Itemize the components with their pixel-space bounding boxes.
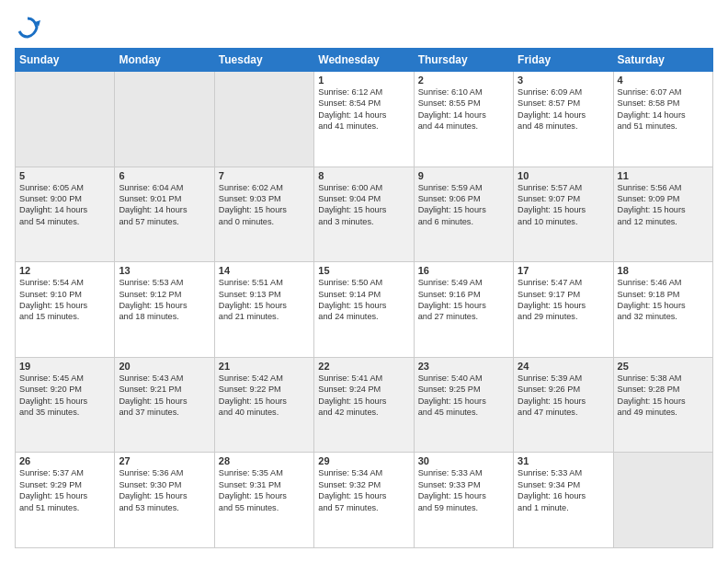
calendar-cell: 29Sunrise: 5:34 AMSunset: 9:32 PMDayligh… (314, 453, 414, 548)
day-info: Sunrise: 5:38 AMSunset: 9:28 PMDaylight:… (618, 373, 709, 419)
weekday-header-sunday: Sunday (16, 49, 115, 72)
calendar-week-row: 1Sunrise: 6:12 AMSunset: 8:54 PMDaylight… (16, 72, 713, 167)
page: SundayMondayTuesdayWednesdayThursdayFrid… (0, 0, 728, 563)
calendar-cell: 6Sunrise: 6:04 AMSunset: 9:01 PMDaylight… (115, 167, 214, 262)
calendar-cell: 27Sunrise: 5:36 AMSunset: 9:30 PMDayligh… (115, 453, 214, 548)
day-number: 23 (418, 361, 509, 372)
day-number: 29 (318, 455, 409, 466)
day-number: 26 (19, 455, 110, 466)
day-info: Sunrise: 5:49 AMSunset: 9:16 PMDaylight:… (418, 277, 509, 323)
day-info: Sunrise: 6:02 AMSunset: 9:03 PMDaylight:… (219, 182, 310, 228)
day-info: Sunrise: 6:04 AMSunset: 9:01 PMDaylight:… (119, 182, 210, 228)
day-info: Sunrise: 5:41 AMSunset: 9:24 PMDaylight:… (318, 373, 409, 419)
calendar-cell: 31Sunrise: 5:33 AMSunset: 9:34 PMDayligh… (514, 453, 613, 548)
calendar-cell: 8Sunrise: 6:00 AMSunset: 9:04 PMDaylight… (314, 167, 414, 262)
calendar-cell: 3Sunrise: 6:09 AMSunset: 8:57 PMDaylight… (514, 72, 613, 167)
day-number: 6 (119, 170, 210, 181)
day-number: 19 (19, 361, 110, 372)
calendar-cell: 7Sunrise: 6:02 AMSunset: 9:03 PMDaylight… (214, 167, 313, 262)
day-number: 11 (618, 170, 709, 181)
day-info: Sunrise: 5:36 AMSunset: 9:30 PMDaylight:… (119, 467, 210, 513)
day-number: 28 (219, 455, 310, 466)
day-number: 18 (618, 265, 709, 276)
calendar-week-row: 19Sunrise: 5:45 AMSunset: 9:20 PMDayligh… (16, 357, 713, 453)
day-info: Sunrise: 6:09 AMSunset: 8:57 PMDaylight:… (518, 86, 609, 132)
day-number: 12 (19, 265, 110, 276)
day-number: 27 (119, 455, 210, 466)
day-info: Sunrise: 5:53 AMSunset: 9:12 PMDaylight:… (119, 277, 210, 323)
calendar-header: SundayMondayTuesdayWednesdayThursdayFrid… (16, 49, 713, 72)
day-info: Sunrise: 5:51 AMSunset: 9:13 PMDaylight:… (219, 277, 310, 323)
calendar-body: 1Sunrise: 6:12 AMSunset: 8:54 PMDaylight… (16, 72, 713, 548)
calendar-cell: 26Sunrise: 5:37 AMSunset: 9:29 PMDayligh… (16, 453, 115, 548)
day-number: 22 (318, 361, 409, 372)
weekday-header-row: SundayMondayTuesdayWednesdayThursdayFrid… (16, 49, 713, 72)
day-info: Sunrise: 5:46 AMSunset: 9:18 PMDaylight:… (618, 277, 709, 323)
calendar-cell: 10Sunrise: 5:57 AMSunset: 9:07 PMDayligh… (514, 167, 613, 262)
calendar-cell: 18Sunrise: 5:46 AMSunset: 9:18 PMDayligh… (613, 262, 712, 358)
calendar-cell: 14Sunrise: 5:51 AMSunset: 9:13 PMDayligh… (214, 262, 313, 358)
day-info: Sunrise: 5:35 AMSunset: 9:31 PMDaylight:… (219, 467, 310, 513)
calendar-cell (613, 453, 712, 548)
weekday-header-saturday: Saturday (613, 49, 712, 72)
day-info: Sunrise: 5:54 AMSunset: 9:10 PMDaylight:… (19, 277, 110, 323)
calendar-cell: 20Sunrise: 5:43 AMSunset: 9:21 PMDayligh… (115, 357, 214, 453)
header (15, 15, 713, 40)
day-info: Sunrise: 6:10 AMSunset: 8:55 PMDaylight:… (418, 86, 509, 132)
day-info: Sunrise: 5:42 AMSunset: 9:22 PMDaylight:… (219, 373, 310, 419)
day-info: Sunrise: 5:50 AMSunset: 9:14 PMDaylight:… (318, 277, 409, 323)
day-info: Sunrise: 6:05 AMSunset: 9:00 PMDaylight:… (19, 182, 110, 228)
calendar-cell (115, 72, 214, 167)
calendar-week-row: 12Sunrise: 5:54 AMSunset: 9:10 PMDayligh… (16, 262, 713, 358)
calendar-cell: 4Sunrise: 6:07 AMSunset: 8:58 PMDaylight… (613, 72, 712, 167)
calendar-week-row: 26Sunrise: 5:37 AMSunset: 9:29 PMDayligh… (16, 453, 713, 548)
calendar-cell: 17Sunrise: 5:47 AMSunset: 9:17 PMDayligh… (514, 262, 613, 358)
day-number: 30 (418, 455, 509, 466)
calendar-cell: 11Sunrise: 5:56 AMSunset: 9:09 PMDayligh… (613, 167, 712, 262)
calendar-cell (214, 72, 313, 167)
day-number: 25 (618, 361, 709, 372)
day-info: Sunrise: 5:33 AMSunset: 9:34 PMDaylight:… (518, 467, 609, 513)
day-info: Sunrise: 6:07 AMSunset: 8:58 PMDaylight:… (618, 86, 709, 132)
day-info: Sunrise: 5:59 AMSunset: 9:06 PMDaylight:… (418, 182, 509, 228)
calendar-cell: 12Sunrise: 5:54 AMSunset: 9:10 PMDayligh… (16, 262, 115, 358)
calendar-cell: 2Sunrise: 6:10 AMSunset: 8:55 PMDaylight… (414, 72, 513, 167)
calendar-cell: 30Sunrise: 5:33 AMSunset: 9:33 PMDayligh… (414, 453, 513, 548)
calendar-cell: 23Sunrise: 5:40 AMSunset: 9:25 PMDayligh… (414, 357, 513, 453)
day-info: Sunrise: 5:45 AMSunset: 9:20 PMDaylight:… (19, 373, 110, 419)
day-number: 14 (219, 265, 310, 276)
weekday-header-thursday: Thursday (414, 49, 513, 72)
day-number: 5 (19, 170, 110, 181)
calendar-week-row: 5Sunrise: 6:05 AMSunset: 9:00 PMDaylight… (16, 167, 713, 262)
day-number: 7 (219, 170, 310, 181)
day-number: 13 (119, 265, 210, 276)
calendar-cell: 5Sunrise: 6:05 AMSunset: 9:00 PMDaylight… (16, 167, 115, 262)
calendar-cell: 15Sunrise: 5:50 AMSunset: 9:14 PMDayligh… (314, 262, 414, 358)
day-info: Sunrise: 6:12 AMSunset: 8:54 PMDaylight:… (318, 86, 409, 132)
day-number: 2 (418, 75, 509, 86)
day-info: Sunrise: 5:57 AMSunset: 9:07 PMDaylight:… (518, 182, 609, 228)
day-number: 16 (418, 265, 509, 276)
day-info: Sunrise: 5:56 AMSunset: 9:09 PMDaylight:… (618, 182, 709, 228)
calendar-cell: 25Sunrise: 5:38 AMSunset: 9:28 PMDayligh… (613, 357, 712, 453)
weekday-header-monday: Monday (115, 49, 214, 72)
day-number: 1 (318, 75, 409, 86)
calendar-cell: 28Sunrise: 5:35 AMSunset: 9:31 PMDayligh… (214, 453, 313, 548)
day-number: 15 (318, 265, 409, 276)
calendar-cell: 22Sunrise: 5:41 AMSunset: 9:24 PMDayligh… (314, 357, 414, 453)
day-info: Sunrise: 5:40 AMSunset: 9:25 PMDaylight:… (418, 373, 509, 419)
day-number: 24 (518, 361, 609, 372)
calendar-cell: 21Sunrise: 5:42 AMSunset: 9:22 PMDayligh… (214, 357, 313, 453)
day-number: 8 (318, 170, 409, 181)
day-number: 21 (219, 361, 310, 372)
logo-icon (15, 15, 40, 40)
day-number: 31 (518, 455, 609, 466)
calendar-cell: 1Sunrise: 6:12 AMSunset: 8:54 PMDaylight… (314, 72, 414, 167)
weekday-header-wednesday: Wednesday (314, 49, 414, 72)
day-number: 3 (518, 75, 609, 86)
calendar-cell: 13Sunrise: 5:53 AMSunset: 9:12 PMDayligh… (115, 262, 214, 358)
calendar-cell (16, 72, 115, 167)
day-info: Sunrise: 6:00 AMSunset: 9:04 PMDaylight:… (318, 182, 409, 228)
logo (15, 15, 44, 40)
day-number: 4 (618, 75, 709, 86)
